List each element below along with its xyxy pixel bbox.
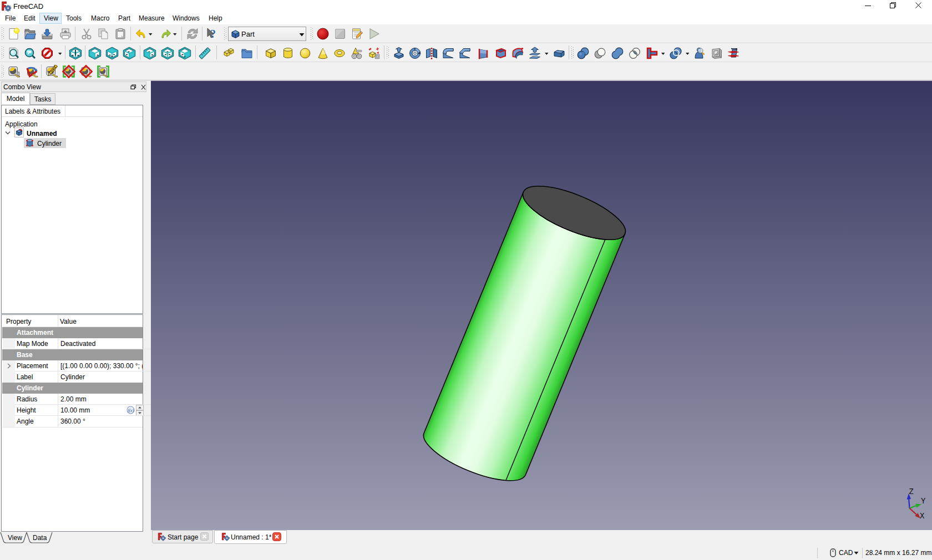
svg-text:Data: Data <box>33 534 47 542</box>
svg-text:f(x): f(x) <box>128 408 134 413</box>
svg-text:X: X <box>920 512 925 521</box>
svg-text:View: View <box>8 534 22 542</box>
svg-text:Y: Y <box>921 497 926 506</box>
svg-text:Z: Z <box>909 487 914 496</box>
